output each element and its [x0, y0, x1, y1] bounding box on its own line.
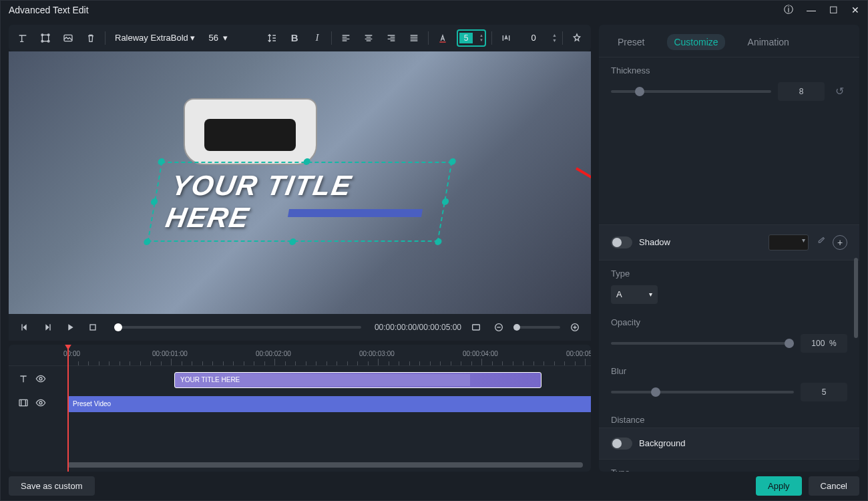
- thickness-slider[interactable]: [611, 90, 771, 93]
- next-frame-icon[interactable]: [39, 319, 55, 335]
- text-track-icon: [18, 373, 29, 387]
- line-height-icon[interactable]: [263, 29, 280, 47]
- effects-icon[interactable]: [568, 29, 586, 47]
- text-toolbar: Raleway ExtraBold ▾ 56 ▾ B I 5 ▲▼: [9, 25, 591, 51]
- opacity-label: Opacity: [611, 317, 847, 327]
- maximize-icon[interactable]: ☐: [829, 5, 838, 15]
- window-title: Advanced Text Edit: [9, 5, 89, 15]
- video-clip[interactable]: Preset Video: [67, 396, 591, 412]
- font-family-select[interactable]: Raleway ExtraBold ▾: [111, 30, 199, 45]
- close-icon[interactable]: ✕: [851, 5, 859, 15]
- tab-animation[interactable]: Animation: [741, 34, 796, 50]
- stop-icon[interactable]: [85, 319, 101, 335]
- timeline-scrollbar[interactable]: [67, 462, 583, 468]
- add-shadow-icon[interactable]: +: [833, 235, 847, 250]
- opacity-slider[interactable]: [611, 342, 794, 345]
- properties-panel: Preset Customize Animation Thickness 8 ↺…: [599, 25, 859, 472]
- svg-rect-10: [90, 325, 95, 330]
- shadow-type-select[interactable]: A▾: [611, 285, 658, 304]
- visibility-icon[interactable]: [35, 397, 46, 411]
- visibility-icon[interactable]: [35, 373, 46, 387]
- eyedropper-icon[interactable]: [815, 236, 826, 249]
- text-color-icon[interactable]: [434, 29, 451, 47]
- letter-spacing-value[interactable]: 0: [520, 33, 547, 43]
- transform-icon[interactable]: [37, 29, 54, 47]
- shadow-label: Shadow: [639, 237, 762, 247]
- reset-icon[interactable]: ↺: [831, 84, 847, 100]
- title-text[interactable]: YOUR TITLE HERE: [147, 162, 452, 242]
- save-as-custom-button[interactable]: Save as custom: [9, 476, 95, 496]
- delete-icon[interactable]: [82, 29, 99, 47]
- align-justify-icon[interactable]: [405, 29, 423, 47]
- video-clip-label: Preset Video: [73, 400, 111, 407]
- zoom-in-icon[interactable]: [567, 319, 583, 335]
- titlebar: Advanced Text Edit ⓘ ― ☐ ✕: [1, 1, 867, 19]
- shadow-type-label: Type: [611, 269, 847, 279]
- svg-point-14: [39, 377, 42, 380]
- background-toggle[interactable]: [611, 438, 632, 450]
- text-clip[interactable]: YOUR TITLE HERE: [174, 372, 541, 388]
- thickness-label: Thickness: [611, 65, 847, 75]
- background-section: Background: [599, 428, 859, 460]
- size-input[interactable]: 5 ▲▼: [457, 29, 486, 47]
- timeline[interactable]: 00:0000:00:01:0000:00:02:0000:00:03:0000…: [9, 345, 591, 472]
- prev-frame-icon[interactable]: [17, 319, 33, 335]
- opacity-value[interactable]: 100 %: [801, 334, 847, 353]
- text-overlay[interactable]: YOUR TITLE HERE: [147, 162, 452, 242]
- align-right-icon[interactable]: [383, 29, 400, 47]
- bold-icon[interactable]: B: [286, 29, 303, 47]
- align-center-icon[interactable]: [360, 29, 377, 47]
- text-track: YOUR TITLE HERE: [9, 370, 591, 390]
- text-clip-label: YOUR TITLE HERE: [180, 376, 240, 383]
- panel-scrollbar[interactable]: [854, 85, 858, 432]
- zoom-slider[interactable]: [513, 326, 560, 329]
- zoom-out-icon[interactable]: [491, 319, 507, 335]
- shadow-section: Shadow +: [599, 224, 859, 261]
- play-icon[interactable]: [62, 319, 78, 335]
- font-size-select[interactable]: 56 ▾: [204, 30, 232, 45]
- tab-customize[interactable]: Customize: [667, 34, 724, 50]
- blur-value[interactable]: 5: [801, 383, 847, 401]
- shadow-color-swatch[interactable]: [769, 234, 809, 251]
- distance-label: Distance: [611, 415, 847, 425]
- timeline-ruler[interactable]: 00:0000:00:01:0000:00:02:0000:00:03:0000…: [9, 345, 591, 366]
- blur-slider[interactable]: [611, 391, 794, 393]
- preview-canvas[interactable]: YOUR TITLE HERE: [9, 51, 591, 314]
- blur-label: Blur: [611, 366, 847, 376]
- image-icon[interactable]: [59, 29, 77, 47]
- video-track-icon: [18, 397, 29, 411]
- svg-rect-8: [21, 324, 22, 330]
- svg-rect-11: [473, 325, 480, 330]
- timecode: 00:00:00:00/00:00:05:00: [375, 323, 461, 332]
- shadow-toggle[interactable]: [611, 236, 632, 248]
- letter-spacing-icon[interactable]: [497, 29, 515, 47]
- spacing-stepper[interactable]: ▲▼: [552, 33, 557, 43]
- aspect-icon[interactable]: [468, 319, 484, 335]
- tab-preset[interactable]: Preset: [611, 34, 651, 50]
- cancel-button[interactable]: Cancel: [809, 476, 859, 496]
- bg-type-label: Type: [611, 468, 847, 472]
- svg-rect-9: [49, 324, 50, 330]
- svg-point-16: [39, 401, 42, 404]
- minimize-icon[interactable]: ―: [807, 5, 816, 15]
- playback-controls: 00:00:00:00/00:00:05:00: [9, 314, 591, 341]
- playhead[interactable]: [67, 345, 69, 472]
- svg-rect-15: [19, 399, 27, 405]
- help-icon[interactable]: ⓘ: [784, 4, 793, 16]
- text-tool-icon[interactable]: [14, 29, 31, 47]
- italic-icon[interactable]: I: [308, 29, 326, 47]
- preview-scrubber[interactable]: [114, 326, 361, 329]
- apply-button[interactable]: Apply: [756, 476, 802, 496]
- background-label: Background: [639, 438, 847, 448]
- thickness-value[interactable]: 8: [778, 82, 825, 101]
- video-track: Preset Video: [9, 394, 591, 414]
- align-left-icon[interactable]: [337, 29, 355, 47]
